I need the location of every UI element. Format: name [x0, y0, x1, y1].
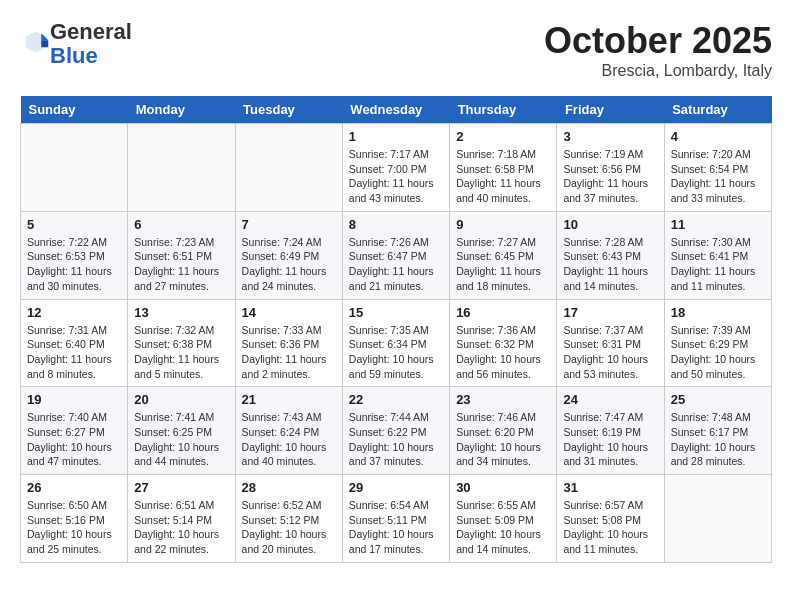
- day-number: 18: [671, 305, 765, 320]
- week-row-2: 5Sunrise: 7:22 AM Sunset: 6:53 PM Daylig…: [21, 211, 772, 299]
- logo: General Blue: [20, 20, 132, 68]
- calendar-cell: 5Sunrise: 7:22 AM Sunset: 6:53 PM Daylig…: [21, 211, 128, 299]
- weekday-header-wednesday: Wednesday: [342, 96, 449, 124]
- day-info: Sunrise: 6:54 AM Sunset: 5:11 PM Dayligh…: [349, 498, 443, 557]
- day-number: 3: [563, 129, 657, 144]
- calendar-cell: 21Sunrise: 7:43 AM Sunset: 6:24 PM Dayli…: [235, 387, 342, 475]
- week-row-4: 19Sunrise: 7:40 AM Sunset: 6:27 PM Dayli…: [21, 387, 772, 475]
- calendar-cell: 25Sunrise: 7:48 AM Sunset: 6:17 PM Dayli…: [664, 387, 771, 475]
- day-info: Sunrise: 7:18 AM Sunset: 6:58 PM Dayligh…: [456, 147, 550, 206]
- calendar-cell: 11Sunrise: 7:30 AM Sunset: 6:41 PM Dayli…: [664, 211, 771, 299]
- calendar-cell: 15Sunrise: 7:35 AM Sunset: 6:34 PM Dayli…: [342, 299, 449, 387]
- day-info: Sunrise: 7:24 AM Sunset: 6:49 PM Dayligh…: [242, 235, 336, 294]
- day-info: Sunrise: 6:52 AM Sunset: 5:12 PM Dayligh…: [242, 498, 336, 557]
- week-row-1: 1Sunrise: 7:17 AM Sunset: 7:00 PM Daylig…: [21, 124, 772, 212]
- day-number: 21: [242, 392, 336, 407]
- day-number: 15: [349, 305, 443, 320]
- calendar-cell: 17Sunrise: 7:37 AM Sunset: 6:31 PM Dayli…: [557, 299, 664, 387]
- calendar-cell: 14Sunrise: 7:33 AM Sunset: 6:36 PM Dayli…: [235, 299, 342, 387]
- calendar-cell: 13Sunrise: 7:32 AM Sunset: 6:38 PM Dayli…: [128, 299, 235, 387]
- day-info: Sunrise: 7:41 AM Sunset: 6:25 PM Dayligh…: [134, 410, 228, 469]
- calendar-cell: [664, 475, 771, 563]
- calendar-cell: [128, 124, 235, 212]
- weekday-header-tuesday: Tuesday: [235, 96, 342, 124]
- logo-blue-text: Blue: [50, 43, 98, 68]
- calendar-cell: [235, 124, 342, 212]
- calendar-cell: 26Sunrise: 6:50 AM Sunset: 5:16 PM Dayli…: [21, 475, 128, 563]
- day-number: 29: [349, 480, 443, 495]
- calendar-cell: 7Sunrise: 7:24 AM Sunset: 6:49 PM Daylig…: [235, 211, 342, 299]
- day-number: 17: [563, 305, 657, 320]
- day-number: 28: [242, 480, 336, 495]
- day-info: Sunrise: 7:26 AM Sunset: 6:47 PM Dayligh…: [349, 235, 443, 294]
- calendar-cell: 18Sunrise: 7:39 AM Sunset: 6:29 PM Dayli…: [664, 299, 771, 387]
- month-title: October 2025: [544, 20, 772, 62]
- day-info: Sunrise: 6:50 AM Sunset: 5:16 PM Dayligh…: [27, 498, 121, 557]
- day-number: 5: [27, 217, 121, 232]
- day-number: 24: [563, 392, 657, 407]
- location-text: Brescia, Lombardy, Italy: [544, 62, 772, 80]
- day-number: 30: [456, 480, 550, 495]
- day-info: Sunrise: 7:19 AM Sunset: 6:56 PM Dayligh…: [563, 147, 657, 206]
- day-number: 14: [242, 305, 336, 320]
- day-number: 27: [134, 480, 228, 495]
- calendar-cell: 3Sunrise: 7:19 AM Sunset: 6:56 PM Daylig…: [557, 124, 664, 212]
- title-block: October 2025 Brescia, Lombardy, Italy: [544, 20, 772, 80]
- day-number: 9: [456, 217, 550, 232]
- day-info: Sunrise: 7:36 AM Sunset: 6:32 PM Dayligh…: [456, 323, 550, 382]
- day-info: Sunrise: 7:39 AM Sunset: 6:29 PM Dayligh…: [671, 323, 765, 382]
- day-number: 19: [27, 392, 121, 407]
- day-number: 4: [671, 129, 765, 144]
- day-info: Sunrise: 7:31 AM Sunset: 6:40 PM Dayligh…: [27, 323, 121, 382]
- calendar-cell: 28Sunrise: 6:52 AM Sunset: 5:12 PM Dayli…: [235, 475, 342, 563]
- day-number: 20: [134, 392, 228, 407]
- page-header: General Blue October 2025 Brescia, Lomba…: [20, 20, 772, 80]
- day-info: Sunrise: 7:28 AM Sunset: 6:43 PM Dayligh…: [563, 235, 657, 294]
- logo-general-text: General: [50, 19, 132, 44]
- day-info: Sunrise: 7:23 AM Sunset: 6:51 PM Dayligh…: [134, 235, 228, 294]
- day-info: Sunrise: 7:48 AM Sunset: 6:17 PM Dayligh…: [671, 410, 765, 469]
- day-info: Sunrise: 7:33 AM Sunset: 6:36 PM Dayligh…: [242, 323, 336, 382]
- calendar-cell: 20Sunrise: 7:41 AM Sunset: 6:25 PM Dayli…: [128, 387, 235, 475]
- day-number: 2: [456, 129, 550, 144]
- week-row-5: 26Sunrise: 6:50 AM Sunset: 5:16 PM Dayli…: [21, 475, 772, 563]
- calendar-cell: 31Sunrise: 6:57 AM Sunset: 5:08 PM Dayli…: [557, 475, 664, 563]
- calendar-cell: 9Sunrise: 7:27 AM Sunset: 6:45 PM Daylig…: [450, 211, 557, 299]
- day-info: Sunrise: 7:35 AM Sunset: 6:34 PM Dayligh…: [349, 323, 443, 382]
- day-number: 22: [349, 392, 443, 407]
- weekday-header-friday: Friday: [557, 96, 664, 124]
- day-info: Sunrise: 7:47 AM Sunset: 6:19 PM Dayligh…: [563, 410, 657, 469]
- weekday-header-saturday: Saturday: [664, 96, 771, 124]
- day-info: Sunrise: 6:51 AM Sunset: 5:14 PM Dayligh…: [134, 498, 228, 557]
- day-info: Sunrise: 7:30 AM Sunset: 6:41 PM Dayligh…: [671, 235, 765, 294]
- day-info: Sunrise: 7:37 AM Sunset: 6:31 PM Dayligh…: [563, 323, 657, 382]
- calendar-cell: 4Sunrise: 7:20 AM Sunset: 6:54 PM Daylig…: [664, 124, 771, 212]
- day-number: 26: [27, 480, 121, 495]
- weekday-header-monday: Monday: [128, 96, 235, 124]
- calendar-cell: 6Sunrise: 7:23 AM Sunset: 6:51 PM Daylig…: [128, 211, 235, 299]
- day-info: Sunrise: 7:27 AM Sunset: 6:45 PM Dayligh…: [456, 235, 550, 294]
- calendar-cell: 22Sunrise: 7:44 AM Sunset: 6:22 PM Dayli…: [342, 387, 449, 475]
- day-info: Sunrise: 7:22 AM Sunset: 6:53 PM Dayligh…: [27, 235, 121, 294]
- calendar-cell: 29Sunrise: 6:54 AM Sunset: 5:11 PM Dayli…: [342, 475, 449, 563]
- day-number: 8: [349, 217, 443, 232]
- day-info: Sunrise: 7:20 AM Sunset: 6:54 PM Dayligh…: [671, 147, 765, 206]
- day-number: 13: [134, 305, 228, 320]
- calendar-cell: 24Sunrise: 7:47 AM Sunset: 6:19 PM Dayli…: [557, 387, 664, 475]
- svg-marker-1: [41, 33, 48, 40]
- day-number: 7: [242, 217, 336, 232]
- calendar-cell: 16Sunrise: 7:36 AM Sunset: 6:32 PM Dayli…: [450, 299, 557, 387]
- day-info: Sunrise: 7:40 AM Sunset: 6:27 PM Dayligh…: [27, 410, 121, 469]
- calendar-cell: 1Sunrise: 7:17 AM Sunset: 7:00 PM Daylig…: [342, 124, 449, 212]
- day-number: 6: [134, 217, 228, 232]
- day-number: 12: [27, 305, 121, 320]
- day-info: Sunrise: 7:32 AM Sunset: 6:38 PM Dayligh…: [134, 323, 228, 382]
- calendar-cell: 23Sunrise: 7:46 AM Sunset: 6:20 PM Dayli…: [450, 387, 557, 475]
- logo-icon: [22, 28, 50, 56]
- day-number: 25: [671, 392, 765, 407]
- calendar-cell: 27Sunrise: 6:51 AM Sunset: 5:14 PM Dayli…: [128, 475, 235, 563]
- calendar-cell: 12Sunrise: 7:31 AM Sunset: 6:40 PM Dayli…: [21, 299, 128, 387]
- day-number: 10: [563, 217, 657, 232]
- calendar-cell: [21, 124, 128, 212]
- week-row-3: 12Sunrise: 7:31 AM Sunset: 6:40 PM Dayli…: [21, 299, 772, 387]
